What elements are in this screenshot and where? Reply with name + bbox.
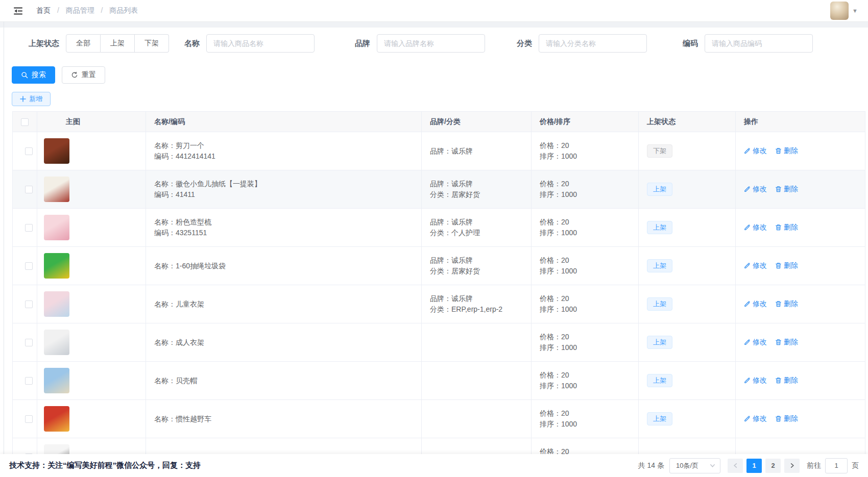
row-checkbox[interactable] xyxy=(25,186,33,193)
delete-label: 删除 xyxy=(784,376,798,385)
category-label: 分类： xyxy=(430,267,451,275)
row-checkbox[interactable] xyxy=(25,147,33,155)
goto-page-input[interactable] xyxy=(825,458,848,473)
price-value: 20 xyxy=(561,409,569,417)
row-checkbox[interactable] xyxy=(25,300,33,308)
add-product-button[interactable]: 新增 xyxy=(12,92,51,106)
name-value: 成人衣架 xyxy=(176,338,204,346)
user-menu[interactable]: ▼ xyxy=(830,2,858,20)
row-checkbox[interactable] xyxy=(25,377,33,385)
field-line: 编码：4412414141 xyxy=(154,151,421,162)
edit-button[interactable]: 修改 xyxy=(744,261,767,270)
sort-label: 排序： xyxy=(540,305,561,313)
code-label: 编码： xyxy=(154,190,176,198)
product-image xyxy=(44,138,69,164)
row-checkbox[interactable] xyxy=(25,415,33,423)
code-filter-input[interactable] xyxy=(705,34,813,53)
edit-button[interactable]: 修改 xyxy=(744,223,767,232)
delete-button[interactable]: 删除 xyxy=(775,223,798,232)
edit-button[interactable]: 修改 xyxy=(744,299,767,309)
delete-button[interactable]: 删除 xyxy=(775,185,798,194)
field-line: 品牌：诚乐牌 xyxy=(430,255,531,266)
col-header-main-image: 主图 xyxy=(37,112,146,132)
delete-label: 删除 xyxy=(784,299,798,309)
delete-button[interactable]: 删除 xyxy=(775,414,798,423)
reset-button[interactable]: 重置 xyxy=(62,66,105,84)
col-header-brand-category: 品牌/分类 xyxy=(422,112,532,132)
field-line: 分类：居家好货 xyxy=(430,189,531,200)
col-header-status: 上架状态 xyxy=(639,112,736,132)
chevron-left-icon xyxy=(733,463,738,468)
edit-button[interactable]: 修改 xyxy=(744,376,767,385)
sort-value: 1000 xyxy=(561,229,577,237)
prev-page-button[interactable] xyxy=(728,459,743,473)
sort-value: 1000 xyxy=(561,305,577,313)
edit-button[interactable]: 修改 xyxy=(744,338,767,347)
name-label: 名称： xyxy=(154,180,176,188)
category-label: 分类： xyxy=(430,305,451,313)
total-count: 共 14 条 xyxy=(638,461,664,470)
name-filter-input[interactable] xyxy=(206,34,315,53)
status-option-on[interactable]: 上架 xyxy=(101,34,135,53)
user-avatar[interactable] xyxy=(830,2,849,20)
next-page-button[interactable] xyxy=(784,459,800,473)
code-value: 41411 xyxy=(176,190,195,198)
brand-filter-input[interactable] xyxy=(377,34,485,53)
select-all-checkbox[interactable] xyxy=(21,118,29,126)
row-checkbox[interactable] xyxy=(25,262,33,270)
table-row: 名称：惯性越野车价格：20排序：1000上架修改删除 xyxy=(13,400,865,438)
edit-label: 修改 xyxy=(753,376,767,385)
table-row: 名称：1-60抽绳垃圾袋品牌：诚乐牌分类：居家好货价格：20排序：1000上架修… xyxy=(13,247,865,285)
price-value: 20 xyxy=(561,180,569,188)
field-line: 名称：剪刀一个 xyxy=(154,140,421,151)
field-line: 价格：20 xyxy=(540,408,638,419)
field-line: 品牌：诚乐牌 xyxy=(430,217,531,228)
table-row: 名称：剪刀一个编码：4412414141品牌：诚乐牌价格：20排序：1000下架… xyxy=(13,132,865,170)
status-tag: 上架 xyxy=(647,259,672,272)
table-row: 名称：儿童衣架品牌：诚乐牌分类：ERP,erp-1,erp-2价格：20排序：1… xyxy=(13,285,865,323)
category-value: ERP,erp-1,erp-2 xyxy=(451,305,502,313)
row-checkbox[interactable] xyxy=(25,339,33,346)
field-line: 品牌：诚乐牌 xyxy=(430,293,531,304)
page-size-select[interactable]: 10条/页 xyxy=(669,458,720,473)
name-value: 剪刀一个 xyxy=(176,141,204,149)
delete-button[interactable]: 删除 xyxy=(775,338,798,347)
field-line: 品牌：诚乐牌 xyxy=(430,179,531,189)
refresh-icon xyxy=(71,71,78,79)
breadcrumb-product-management[interactable]: 商品管理 xyxy=(66,6,94,14)
brand-label: 品牌： xyxy=(430,180,451,188)
field-line: 分类：居家好货 xyxy=(430,266,531,277)
name-label: 名称： xyxy=(154,262,176,270)
row-checkbox[interactable] xyxy=(25,224,33,232)
breadcrumb-home[interactable]: 首页 xyxy=(36,6,51,14)
name-value: 1-60抽绳垃圾袋 xyxy=(176,262,226,270)
delete-button[interactable]: 删除 xyxy=(775,261,798,270)
edit-label: 修改 xyxy=(753,261,767,270)
search-button[interactable]: 搜索 xyxy=(12,66,55,84)
status-option-off[interactable]: 下架 xyxy=(135,34,169,53)
status-option-all[interactable]: 全部 xyxy=(66,34,101,53)
collapse-sidebar-icon[interactable] xyxy=(13,7,23,15)
page-size-value: 10条/页 xyxy=(676,461,698,470)
field-line: 名称：徽仓小鱼儿抽纸【一提装】 xyxy=(154,179,421,189)
delete-button[interactable]: 删除 xyxy=(775,376,798,385)
sort-value: 1000 xyxy=(561,343,577,352)
edit-button[interactable]: 修改 xyxy=(744,146,767,156)
product-image xyxy=(44,368,69,393)
field-line: 排序：1000 xyxy=(540,189,638,200)
page-unit-label: 页 xyxy=(852,461,859,470)
edit-button[interactable]: 修改 xyxy=(744,414,767,423)
category-filter-input[interactable] xyxy=(539,34,647,53)
delete-button[interactable]: 删除 xyxy=(775,299,798,309)
edit-label: 修改 xyxy=(753,185,767,194)
page-button-1[interactable]: 1 xyxy=(746,459,762,473)
code-value: 4412414141 xyxy=(176,152,215,160)
collapsed-sidebar-edge xyxy=(4,21,4,454)
price-value: 20 xyxy=(561,256,569,264)
delete-button[interactable]: 删除 xyxy=(775,146,798,156)
code-label: 编码： xyxy=(154,152,176,160)
name-value: 贝壳帽 xyxy=(176,376,197,385)
edit-button[interactable]: 修改 xyxy=(744,185,767,194)
page-button-2[interactable]: 2 xyxy=(765,459,781,473)
category-label: 分类： xyxy=(430,229,451,237)
